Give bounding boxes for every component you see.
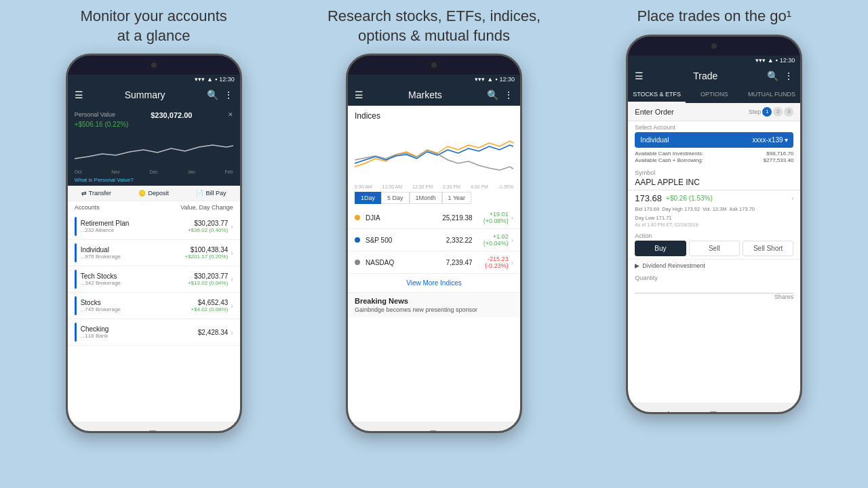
shares-label: Shares — [628, 293, 800, 300]
symbol-value: AAPL APPLE INC — [628, 178, 800, 190]
home-nav-icon-2[interactable]: □ — [430, 428, 437, 433]
pv-value: $230,072.00 — [151, 111, 192, 119]
quantity-input-row — [635, 283, 793, 293]
available-borrowing-label: Available Cash + Borrowing: — [635, 157, 703, 163]
account-bar — [75, 296, 77, 315]
billpay-btn[interactable]: 📄 Bill Pay — [196, 190, 226, 197]
recent-nav-icon[interactable]: ← — [195, 428, 206, 433]
timeframe-1day[interactable]: 1Day — [355, 192, 381, 204]
account-checking[interactable]: Checking ...118 Bank $2,428.34 › — [68, 319, 240, 346]
markets-panel: Research stocks, ETFs, indices,options &… — [298, 7, 570, 433]
billpay-icon: 📄 — [196, 190, 203, 197]
view-more-indices[interactable]: View More Indices — [348, 274, 520, 292]
available-cash-value: $98,716.70 — [766, 150, 793, 157]
price-timestamp: As of 1:40 PM ET, 02/28/2019 — [628, 222, 800, 230]
trade-screen: ☰ Trade 🔍 ⋮ STOCKS & ETFS OPTIONS MUTUAL… — [628, 65, 800, 403]
timeframe-row: 1Day 5 Day 1Month 1 Year — [348, 189, 520, 207]
breaking-news-text: Gainbridge becomes new presenting sponso… — [355, 306, 513, 313]
transfer-btn[interactable]: ⇄ Transfer — [81, 190, 111, 197]
step-3: 3 — [784, 107, 793, 117]
expand-icon[interactable]: ✕ — [228, 111, 233, 119]
value-change-label: Value, Day Change — [180, 204, 233, 211]
trade-panel-title: Place trades on the go¹ — [637, 7, 791, 26]
tab-options[interactable]: OPTIONS — [686, 87, 743, 103]
index-sp500[interactable]: S&P 500 2,332.22 +1.02(+0.04%) › — [348, 229, 520, 251]
search-icon-3[interactable]: 🔍 — [767, 70, 778, 81]
markets-header: ☰ Markets 🔍 ⋮ — [348, 84, 520, 106]
indices-title: Indices — [348, 106, 520, 123]
trade-panel: Place trades on the go¹ ▾▾▾ ▲ ▪ 12:30 ☰ … — [578, 7, 850, 414]
wifi-icon-2: ▲ — [487, 76, 493, 83]
breaking-news-section: Breaking News Gainbridge becomes new pre… — [348, 292, 520, 317]
home-nav-icon[interactable]: □ — [149, 428, 156, 433]
markets-phone: ▾▾▾ ▲ ▪ 12:30 ☰ Markets 🔍 ⋮ Indices — [346, 54, 522, 433]
selected-account-value: Individual — [640, 136, 669, 144]
back-nav-icon-3[interactable]: ↵ — [662, 408, 671, 414]
markets-screen: ☰ Markets 🔍 ⋮ Indices — [348, 84, 520, 422]
signal-icon: ▾▾▾ — [195, 76, 205, 83]
summary-title: Summary — [83, 89, 207, 100]
status-bar-2: ▾▾▾ ▲ ▪ 12:30 — [348, 75, 520, 84]
index-nasdaq[interactable]: NASDAQ 7,239.47 -215.23(-0.23%) › — [348, 251, 520, 274]
home-nav-icon-3[interactable]: □ — [710, 409, 717, 414]
account-techstocks[interactable]: Tech Stocks ...342 Brokerage $30,203.77 … — [68, 266, 240, 293]
account-retirement[interactable]: Retirement Plan ...232 Alliance $30,203.… — [68, 214, 240, 240]
available-borrowing-value: $277,533.40 — [764, 157, 794, 163]
account-individual[interactable]: Individual ...976 Brokerage $100,438.34 … — [68, 240, 240, 266]
back-nav-icon-2[interactable]: ↵ — [381, 428, 390, 434]
status-bar-3: ▾▾▾ ▲ ▪ 12:30 — [628, 56, 800, 65]
step-2: 2 — [773, 107, 783, 117]
tab-stocks-etfs[interactable]: STOCKS & ETFS — [628, 87, 686, 103]
search-icon-1[interactable]: 🔍 — [207, 89, 218, 100]
portfolio-chart — [68, 132, 240, 169]
more-icon-1[interactable]: ⋮ — [224, 89, 233, 100]
phone-camera-3 — [711, 43, 717, 49]
step-indicators: Step 1 2 3 — [749, 107, 794, 117]
account-stocks[interactable]: Stocks ...745 Brokerage $4,652.43 +$4.02… — [68, 293, 240, 319]
price-change: +$0.26 (1.53%) — [666, 195, 713, 202]
more-icon-2[interactable]: ⋮ — [504, 89, 513, 100]
recent-nav-icon-3[interactable]: ← — [756, 409, 767, 414]
more-icon-3[interactable]: ⋮ — [784, 70, 793, 81]
transfer-icon: ⇄ — [81, 190, 87, 197]
accounts-label: Accounts — [75, 204, 100, 211]
accounts-header: Accounts Value, Day Change — [68, 201, 240, 214]
markets-chart — [348, 123, 520, 184]
timeframe-1month[interactable]: 1Month — [410, 192, 442, 204]
menu-icon-1[interactable]: ☰ — [75, 89, 83, 100]
quantity-input-field[interactable] — [635, 284, 793, 291]
index-djia[interactable]: DJIA 25,219.38 +19.01(+0.08%) › — [348, 207, 520, 229]
account-bar — [75, 243, 77, 262]
sell-short-button[interactable]: Sell Short — [743, 241, 793, 256]
markets-panel-title: Research stocks, ETFs, indices,options &… — [328, 7, 540, 45]
phone-camera-2 — [431, 62, 437, 68]
wifi-icon: ▲ — [207, 76, 213, 83]
menu-icon-2[interactable]: ☰ — [355, 89, 363, 100]
menu-icon-3[interactable]: ☰ — [635, 70, 644, 81]
trade-title: Trade — [644, 70, 767, 81]
trade-tabs: STOCKS & ETFS OPTIONS MUTUAL FUNDS — [628, 87, 800, 103]
phone-bottom-nav-3: ↵ □ ← — [628, 403, 800, 414]
tab-mutual-funds[interactable]: MUTUAL FUNDS — [743, 87, 801, 103]
recent-nav-icon-2[interactable]: ← — [476, 428, 487, 433]
buy-button[interactable]: Buy — [635, 241, 686, 256]
search-icon-2[interactable]: 🔍 — [487, 89, 498, 100]
dividend-reinvestment[interactable]: ▶ Dividend Reinvestment — [628, 259, 800, 272]
personal-value-section: Personal Value $230,072.00 ✕ +$506.16 (0… — [68, 106, 240, 132]
back-nav-icon[interactable]: ↵ — [101, 428, 110, 434]
app-panels: Monitor your accountsat a glance ▾▾▾ ▲ ▪… — [0, 0, 868, 488]
nasdaq-dot — [355, 260, 360, 265]
account-selector[interactable]: Individual xxxx-x139 ▾ — [635, 132, 793, 148]
deposit-icon: 🪙 — [138, 190, 146, 197]
timeframe-5day[interactable]: 5 Day — [381, 192, 410, 204]
sell-button[interactable]: Sell — [689, 241, 740, 256]
available-cash-label: Available Cash Investments: — [635, 150, 703, 157]
price-main: 173.68 — [635, 193, 662, 203]
pv-link[interactable]: What is Personal Value? — [68, 176, 240, 186]
action-buttons: Buy Sell Sell Short — [628, 241, 800, 259]
deposit-btn[interactable]: 🪙 Deposit — [138, 190, 169, 197]
signal-icon-3: ▾▾▾ — [755, 57, 766, 64]
quantity-label: Quantity — [628, 272, 800, 283]
timeframe-1year[interactable]: 1 Year — [442, 192, 472, 204]
step-1: 1 — [762, 107, 772, 117]
